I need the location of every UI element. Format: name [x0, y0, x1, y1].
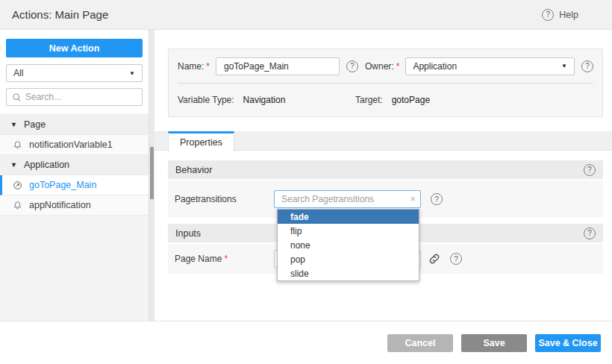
notification-icon	[13, 140, 22, 150]
scrollbar-thumb[interactable]	[150, 147, 154, 199]
help-label[interactable]: Help	[559, 10, 578, 20]
tree-item-label: notificationVariable1	[29, 139, 113, 150]
tree-group-page[interactable]: ▼ Page	[0, 115, 149, 135]
inputs-title: Inputs	[175, 228, 201, 239]
tree-item-appnotification[interactable]: appNotification	[0, 195, 149, 216]
required-marker: *	[224, 254, 228, 264]
pagetransitions-combobox: × fade flip none pop slide	[274, 190, 421, 208]
header-bar: Actions: Main Page ? Help	[0, 0, 612, 30]
filter-select[interactable]: All ▼	[6, 64, 143, 82]
tab-properties[interactable]: Properties	[168, 131, 234, 151]
actions-editor-window: Actions: Main Page ? Help New Action All…	[0, 0, 612, 364]
collapse-icon[interactable]: ▼	[10, 121, 17, 128]
sidebar-search[interactable]	[6, 88, 143, 106]
name-owner-row: Name:* ? Owner:* Application ▼ ?	[169, 49, 602, 83]
owner-help-icon[interactable]: ?	[581, 60, 593, 72]
dropdown-option-slide[interactable]: slide	[278, 266, 419, 280]
link-icon[interactable]	[428, 253, 440, 265]
type-target-row: Variable Type: Navigation Target: gotoPa…	[169, 84, 602, 116]
clear-icon[interactable]: ×	[410, 192, 416, 205]
tab-strip: Properties	[154, 131, 612, 151]
variable-type-value: Navigation	[243, 95, 286, 105]
target-label: Target:	[355, 95, 383, 105]
sidebar-search-input[interactable]	[25, 92, 137, 102]
tree-group-label: Page	[24, 119, 46, 130]
pagetransitions-search-input[interactable]	[274, 190, 421, 208]
sidebar-controls: New Action All ▼	[0, 30, 149, 113]
tree-item-notificationvariable1[interactable]: notificationVariable1	[0, 135, 149, 155]
search-icon	[12, 92, 22, 102]
owner-select[interactable]: Application ▼	[405, 57, 575, 75]
name-help-icon[interactable]: ?	[346, 60, 358, 72]
action-summary-panel: Name:* ? Owner:* Application ▼ ? Variabl…	[168, 48, 603, 117]
save-and-close-button[interactable]: Save & Close	[535, 334, 601, 352]
tree-item-label: appNotification	[29, 200, 91, 210]
navigation-icon	[13, 181, 22, 190]
inputs-help-icon[interactable]: ?	[584, 228, 596, 239]
name-input[interactable]	[216, 57, 340, 75]
main-content: Name:* ? Owner:* Application ▼ ? Variabl…	[154, 30, 612, 321]
owner-label: Owner:*	[365, 61, 399, 72]
dropdown-option-fade[interactable]: fade	[278, 210, 419, 224]
required-marker: *	[206, 61, 210, 72]
pagetransitions-dropdown: fade flip none pop slide	[277, 209, 419, 281]
required-marker: *	[396, 61, 400, 72]
save-button[interactable]: Save	[461, 334, 527, 352]
page-name-label: Page Name*	[175, 254, 274, 264]
tree-item-label: goToPage_Main	[29, 180, 96, 190]
help-icon[interactable]: ?	[542, 9, 554, 21]
tree-group-label: Application	[24, 160, 69, 170]
help-link[interactable]: ? Help	[542, 9, 578, 21]
vertical-scrollbar[interactable]	[149, 30, 154, 321]
pagetransitions-help-icon[interactable]: ?	[431, 193, 443, 205]
chevron-down-icon: ▼	[129, 70, 135, 77]
pagetransitions-label: Pagetransitions	[175, 194, 274, 204]
behavior-section: Behavior ? Pagetransitions × fade flip n…	[168, 160, 603, 218]
cancel-button[interactable]: Cancel	[387, 334, 453, 352]
owner-select-value: Application	[413, 61, 457, 72]
tree-item-gotopage-main[interactable]: goToPage_Main	[0, 175, 149, 195]
actions-tree: ▼ Page notificationVariable1 ▼ Applicati…	[0, 115, 149, 216]
chevron-down-icon: ▼	[561, 63, 567, 69]
behavior-help-icon[interactable]: ?	[584, 164, 596, 176]
footer-bar: Cancel Save Save & Close	[0, 321, 612, 364]
variable-type-label: Variable Type:	[178, 95, 234, 105]
sidebar: New Action All ▼ ▼ Page notificati	[0, 30, 149, 321]
page-name-help-icon[interactable]: ?	[450, 253, 462, 265]
page-title: Actions: Main Page	[12, 8, 108, 21]
behavior-title: Behavior	[175, 165, 212, 175]
behavior-section-header: Behavior ?	[168, 160, 603, 179]
name-label: Name:*	[178, 61, 210, 72]
dropdown-option-none[interactable]: none	[278, 238, 419, 252]
collapse-icon[interactable]: ▼	[10, 161, 17, 169]
dropdown-option-pop[interactable]: pop	[278, 252, 419, 266]
target-value: gotoPage	[392, 95, 430, 105]
notification-icon	[13, 201, 22, 210]
dropdown-option-flip[interactable]: flip	[278, 224, 419, 238]
tree-group-application[interactable]: ▼ Application	[0, 155, 149, 175]
filter-select-value: All	[13, 68, 23, 78]
pagetransitions-row: Pagetransitions × fade flip none pop sli…	[168, 181, 603, 218]
new-action-button[interactable]: New Action	[6, 39, 143, 57]
